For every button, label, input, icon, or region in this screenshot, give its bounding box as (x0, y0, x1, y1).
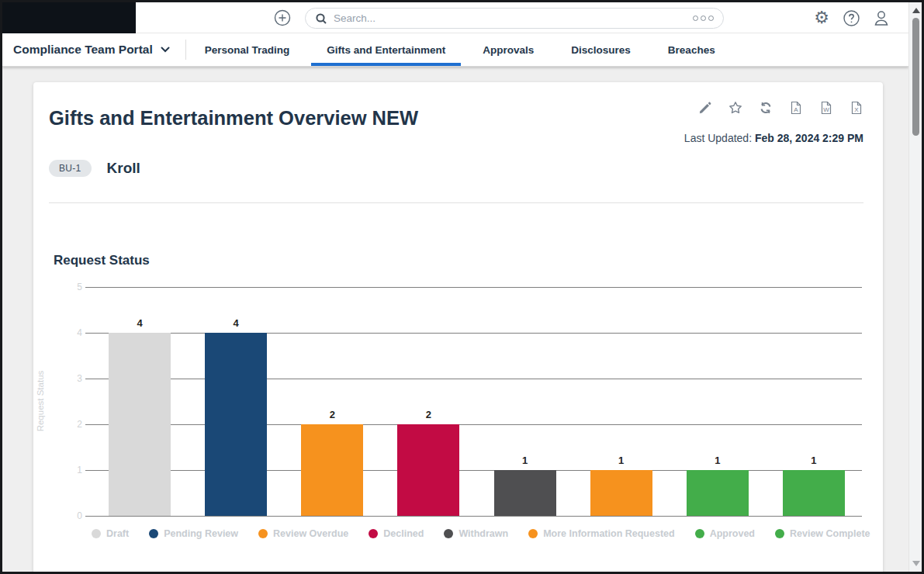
bar-value-label: 2 (397, 409, 459, 420)
legend-item-review-complete[interactable]: Review Complete (775, 528, 870, 539)
bar-value-label: 1 (687, 455, 749, 466)
report-toolbar: A W X (698, 101, 863, 115)
tab-personal-trading[interactable]: Personal Trading (186, 33, 309, 66)
legend-item-pending-review[interactable]: Pending Review (149, 528, 238, 539)
legend-dot-icon (444, 529, 453, 538)
star-icon[interactable] (728, 101, 742, 115)
axis-tick (85, 470, 92, 471)
legend-dot-icon (695, 529, 704, 538)
svg-text:W: W (823, 106, 829, 113)
legend-label: Draft (106, 528, 129, 539)
tab-disclosures[interactable]: Disclosures (552, 33, 649, 66)
y-tick-label: 5 (53, 282, 82, 292)
kebab-menu-icon[interactable] (693, 16, 714, 21)
bar-withdrawn[interactable] (494, 470, 556, 516)
top-header: ⚙ (2, 2, 908, 33)
y-tick-label: 3 (53, 373, 82, 384)
bar-approved[interactable] (687, 470, 749, 516)
scrollbar-up-arrow-icon[interactable] (912, 8, 920, 13)
app-window: ⚙ Compliance Team Portal Personal Tradin… (0, 0, 924, 574)
legend-item-review-overdue[interactable]: Review Overdue (258, 528, 348, 539)
portal-label: Compliance Team Portal (13, 43, 153, 57)
legend-dot-icon (528, 529, 538, 538)
legend-label: Withdrawn (459, 528, 508, 539)
page-title: Gifts and Entertainment Overview NEW (49, 107, 418, 130)
y-tick-label: 0 (53, 510, 82, 521)
entity-name: Kroll (107, 160, 140, 177)
legend-label: Approved (710, 528, 755, 539)
file-excel-icon[interactable]: X (850, 101, 863, 115)
last-updated-label: Last Updated: (684, 132, 752, 144)
legend-label: Pending Review (164, 528, 238, 539)
bar-value-label: 2 (301, 409, 363, 420)
legend-label: Declined (383, 528, 424, 539)
user-icon[interactable] (872, 9, 891, 27)
y-tick-label: 4 (53, 327, 82, 338)
last-updated: Last Updated: Feb 28, 2024 2:29 PM (684, 132, 863, 144)
logo-block (2, 2, 136, 33)
axis-tick (85, 516, 92, 517)
axis-tick (85, 333, 92, 334)
bar-draft[interactable] (109, 333, 171, 516)
plus-circle-icon[interactable] (273, 9, 292, 27)
svg-text:X: X (854, 106, 859, 113)
legend-dot-icon (369, 529, 378, 538)
gridline (92, 287, 862, 288)
legend-dot-icon (258, 529, 268, 538)
section-divider (49, 202, 863, 203)
tab-approvals[interactable]: Approvals (464, 33, 552, 66)
legend-dot-icon (775, 529, 784, 538)
legend-item-approved[interactable]: Approved (695, 528, 755, 539)
page-scrollbar[interactable] (908, 2, 922, 572)
bar-value-label: 4 (109, 317, 171, 329)
legend-dot-icon (92, 529, 101, 538)
chart-legend: DraftPending ReviewReview OverdueDecline… (92, 528, 867, 539)
pencil-icon[interactable] (698, 101, 712, 115)
report-card: Gifts and Entertainment Overview NEW (33, 82, 883, 574)
bar-value-label: 1 (494, 455, 556, 466)
legend-label: More Information Requested (543, 528, 674, 539)
legend-item-more-information-requested[interactable]: More Information Requested (528, 528, 674, 539)
tab-label: Breaches (668, 44, 715, 56)
search-input[interactable] (334, 12, 693, 24)
portal-nav: Compliance Team Portal Personal TradingG… (2, 33, 908, 67)
search-icon (315, 12, 327, 25)
tab-gifts-and-entertainment[interactable]: Gifts and Entertainment (308, 33, 464, 66)
tab-label: Disclosures (571, 44, 631, 56)
tab-label: Gifts and Entertainment (327, 44, 445, 56)
legend-item-declined[interactable]: Declined (369, 528, 424, 539)
bar-value-label: 4 (205, 317, 267, 329)
y-tick-label: 2 (53, 419, 82, 430)
y-axis-label: Request Status (36, 351, 45, 451)
bar-more-information-requested[interactable] (590, 470, 652, 516)
bar-pending-review[interactable] (205, 333, 267, 516)
legend-label: Review Overdue (273, 528, 348, 539)
tab-label: Personal Trading (205, 44, 290, 56)
bar-review-overdue[interactable] (301, 424, 363, 516)
file-pdf-icon[interactable]: A (789, 101, 803, 115)
scrollbar-thumb[interactable] (912, 18, 919, 136)
legend-dot-icon (149, 529, 158, 538)
bar-value-label: 1 (590, 455, 652, 466)
legend-item-draft[interactable]: Draft (92, 528, 129, 539)
bar-declined[interactable] (397, 424, 459, 516)
legend-label: Review Complete (790, 528, 870, 539)
y-tick-label: 1 (53, 465, 82, 475)
entity-badge[interactable]: BU-1 (49, 160, 92, 177)
axis-tick (85, 424, 92, 425)
legend-item-withdrawn[interactable]: Withdrawn (444, 528, 508, 539)
refresh-icon[interactable] (759, 101, 773, 115)
file-word-icon[interactable]: W (819, 101, 833, 115)
help-icon[interactable] (842, 9, 860, 27)
entity-row: BU-1 Kroll (49, 160, 140, 177)
search-bar[interactable] (305, 8, 724, 29)
tab-breaches[interactable]: Breaches (649, 33, 734, 66)
axis-tick (85, 287, 92, 288)
portal-selector[interactable]: Compliance Team Portal (2, 33, 185, 66)
bar-review-complete[interactable] (783, 470, 845, 516)
chevron-down-icon (161, 47, 170, 53)
gear-icon[interactable]: ⚙ (812, 9, 831, 27)
scrollbar-down-arrow-icon[interactable] (912, 561, 920, 566)
plot-area: Request Status 01234544221111 (92, 287, 862, 516)
tab-label: Approvals (483, 44, 534, 56)
